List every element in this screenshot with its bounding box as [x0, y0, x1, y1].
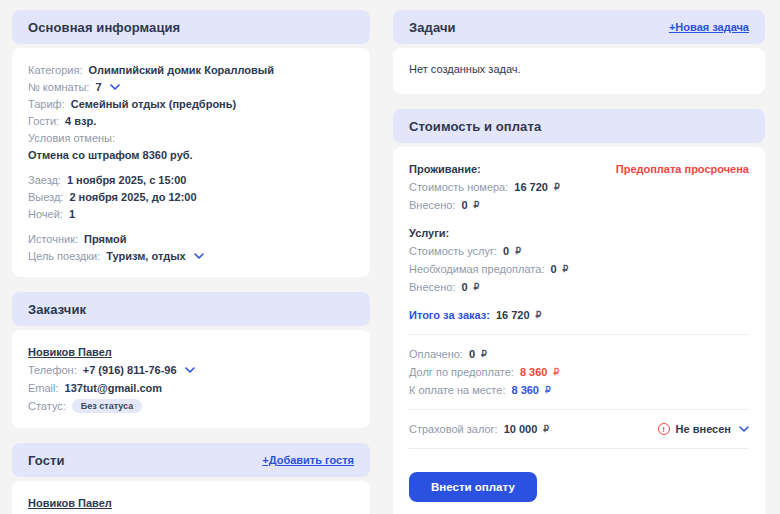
- guests-title: Гости: [28, 453, 65, 468]
- panel-tasks: Задачи +Новая задача Нет созданных задач…: [393, 10, 765, 94]
- nights-value: 1: [69, 208, 75, 220]
- guests-label: Гости:: [28, 115, 59, 127]
- customer-email-value: 137tut@gmail.com: [65, 382, 163, 394]
- main-info-header: Основная информация: [12, 10, 370, 44]
- customer-header: Заказчик: [12, 292, 370, 326]
- customer-status-row: Статус: Без статуса: [28, 397, 354, 415]
- category-value: Олимпийский домик Коралловый: [88, 64, 273, 76]
- deposited-living-label: Внесено:: [409, 199, 455, 211]
- deposited-services-value: 0: [461, 281, 467, 293]
- customer-phone-value: +7 (916) 811-76-96: [83, 364, 177, 376]
- left-column: Основная информация Категория: Олимпийск…: [12, 10, 370, 514]
- ruble-sign: ₽: [536, 310, 542, 320]
- cancel-policy: Отмена со штрафом 8360 руб.: [28, 146, 354, 163]
- customer-phone-label: Телефон:: [28, 364, 77, 376]
- guests-card: Новиков Павел Телефон: +7 (916) 811-76-9…: [12, 481, 370, 514]
- required-prepay-value: 0: [550, 263, 556, 275]
- services-cost-value: 0: [503, 245, 509, 257]
- field-tariff: Тариф: Семейный отдых (предбронь): [28, 95, 354, 112]
- field-trip-purpose: Цель поездки: Туризм, отдых: [28, 247, 354, 264]
- pay-onsite-row: К оплате на месте: 8 360 ₽: [409, 381, 749, 399]
- checkin-value: 1 ноября 2025, с 15:00: [67, 174, 187, 186]
- main-info-title: Основная информация: [28, 20, 180, 35]
- customer-phone-row: Телефон: +7 (916) 811-76-96: [28, 361, 354, 379]
- ruble-sign: ₽: [545, 385, 551, 395]
- add-guest-link[interactable]: +Добавить гостя: [262, 454, 354, 466]
- customer-name-row: Новиков Павел: [28, 343, 354, 361]
- checkin-label: Заезд:: [28, 174, 61, 186]
- customer-status-label: Статус:: [28, 400, 66, 412]
- ruble-sign: ₽: [481, 349, 487, 359]
- ruble-sign: ₽: [474, 282, 480, 292]
- deposit-status-chevron-down-icon[interactable]: [739, 426, 749, 432]
- tasks-empty-text: Нет созданных задач.: [409, 61, 749, 81]
- trip-purpose-chevron-down-icon[interactable]: [194, 253, 204, 259]
- make-payment-button[interactable]: Внести оплату: [409, 472, 537, 502]
- prepay-debt-label: Долг по предоплате:: [409, 366, 514, 378]
- customer-title: Заказчик: [28, 302, 86, 317]
- ruble-sign: ₽: [474, 200, 480, 210]
- customer-email-row: Email: 137tut@gmail.com: [28, 379, 354, 397]
- new-task-link[interactable]: +Новая задача: [669, 21, 749, 33]
- trip-purpose-value: Туризм, отдых: [106, 250, 185, 262]
- living-row: Проживание: Предоплата просрочена: [409, 160, 749, 178]
- field-guests: Гости: 4 взр.: [28, 112, 354, 129]
- services-label: Услуги:: [409, 227, 449, 239]
- source-value: Прямой: [84, 233, 126, 245]
- deposited-services-label: Внесено:: [409, 281, 455, 293]
- ruble-sign: ₽: [563, 264, 569, 274]
- tasks-header: Задачи +Новая задача: [393, 10, 765, 44]
- divider: [409, 448, 749, 449]
- nights-label: Ночей:: [28, 208, 63, 220]
- deposited-living-row: Внесено: 0 ₽: [409, 196, 749, 214]
- living-label: Проживание:: [409, 163, 481, 175]
- customer-name-link[interactable]: Новиков Павел: [28, 346, 112, 358]
- deposit-value: 10 000: [504, 423, 538, 435]
- field-checkout: Выезд: 2 ноября 2025, до 12:00: [28, 188, 354, 205]
- services-cost-row: Стоимость услуг: 0 ₽: [409, 242, 749, 260]
- panel-main-info: Основная информация Категория: Олимпийск…: [12, 10, 370, 277]
- room-number-label: № комнаты:: [28, 81, 89, 93]
- divider: [409, 409, 749, 410]
- ruble-sign: ₽: [543, 424, 549, 434]
- deposit-row: Страховой залог: 10 000 ₽ ! Не внесен: [409, 420, 749, 438]
- room-cost-value: 16 720: [514, 181, 548, 193]
- required-prepay-label: Необходимая предоплата:: [409, 263, 544, 275]
- cancel-policy-value: Отмена со штрафом 8360 руб.: [28, 149, 193, 161]
- tariff-label: Тариф:: [28, 98, 65, 110]
- customer-status-badge[interactable]: Без статуса: [72, 399, 142, 413]
- services-row: Услуги:: [409, 224, 749, 242]
- order-total-value: 16 720: [496, 309, 530, 321]
- field-category: Категория: Олимпийский домик Коралловый: [28, 61, 354, 78]
- right-column: Задачи +Новая задача Нет созданных задач…: [393, 10, 765, 514]
- field-room-number: № комнаты: 7: [28, 78, 354, 95]
- deposited-services-row: Внесено: 0 ₽: [409, 278, 749, 296]
- prepay-debt-value: 8 360: [520, 366, 548, 378]
- deposit-status-control[interactable]: ! Не внесен: [658, 423, 749, 435]
- required-prepay-row: Необходимая предоплата: 0 ₽: [409, 260, 749, 278]
- trip-purpose-label: Цель поездки:: [28, 250, 100, 262]
- room-cost-label: Стоимость номера:: [409, 181, 508, 193]
- payment-title: Стоимость и оплата: [409, 119, 541, 134]
- pay-onsite-label: К оплате на месте:: [409, 384, 505, 396]
- guests-header: Гости +Добавить гостя: [12, 443, 370, 477]
- prepay-debt-row: Долг по предоплате: 8 360 ₽: [409, 363, 749, 381]
- services-cost-label: Стоимость услуг:: [409, 245, 497, 257]
- ruble-sign: ₽: [554, 182, 560, 192]
- customer-phone-chevron-down-icon[interactable]: [185, 367, 195, 373]
- paid-label: Оплачено:: [409, 348, 463, 360]
- cancel-terms-label: Условия отмены:: [28, 132, 115, 144]
- room-cost-row: Стоимость номера: 16 720 ₽: [409, 178, 749, 196]
- room-number-chevron-down-icon[interactable]: [110, 84, 120, 90]
- checkout-label: Выезд:: [28, 191, 63, 203]
- paid-row: Оплачено: 0 ₽: [409, 345, 749, 363]
- tariff-value: Семейный отдых (предбронь): [71, 98, 236, 110]
- panel-payment: Стоимость и оплата Проживание: Предоплат…: [393, 109, 765, 514]
- booking-page: Основная информация Категория: Олимпийск…: [0, 0, 780, 514]
- guests-value: 4 взр.: [65, 115, 96, 127]
- guest-name-link[interactable]: Новиков Павел: [28, 497, 112, 509]
- alert-circle-icon: !: [658, 423, 670, 435]
- ruble-sign: ₽: [515, 246, 521, 256]
- order-total-row: Итого за заказ: 16 720 ₽: [409, 306, 749, 324]
- payment-header: Стоимость и оплата: [393, 109, 765, 143]
